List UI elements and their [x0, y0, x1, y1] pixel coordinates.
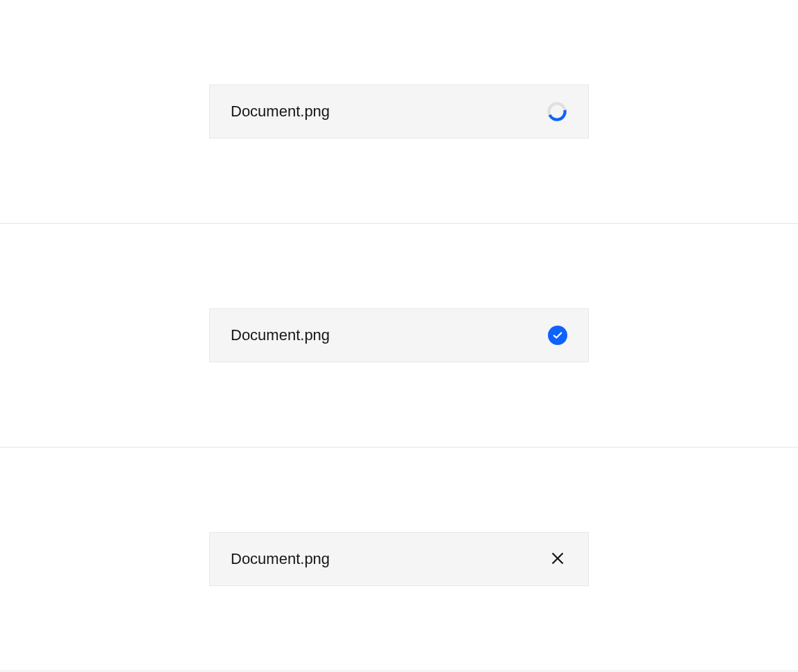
file-state-success-section: Document.png — [0, 224, 798, 448]
file-name-label: Document.png — [231, 550, 330, 568]
close-button[interactable] — [548, 549, 567, 570]
loading-spinner-icon — [547, 101, 567, 122]
file-state-loading-section: Document.png — [0, 0, 798, 224]
file-state-closable-section: Document.png — [0, 448, 798, 671]
file-name-label: Document.png — [231, 103, 330, 121]
file-card: Document.png — [209, 532, 589, 586]
checkmark-filled-icon — [548, 326, 567, 345]
file-card: Document.png — [209, 85, 589, 139]
close-icon — [551, 551, 565, 567]
file-card: Document.png — [209, 308, 589, 362]
file-name-label: Document.png — [231, 326, 330, 344]
